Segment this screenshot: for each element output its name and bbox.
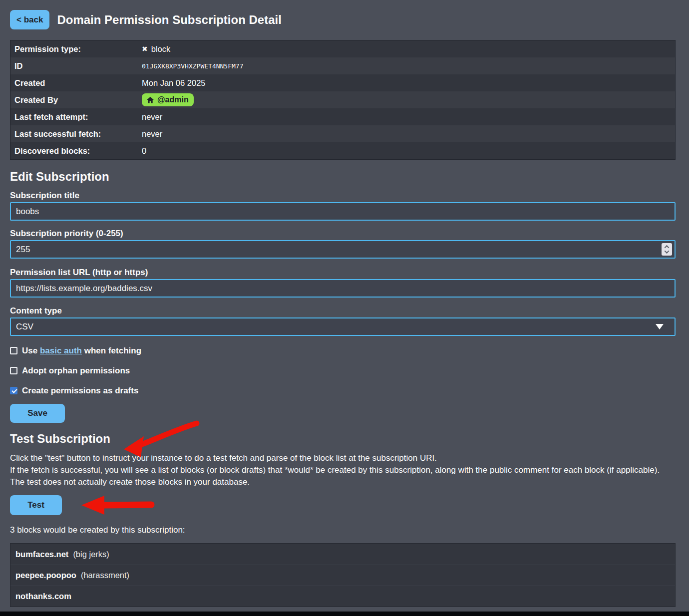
permission-list-url-label: Permission list URL (http or https) [10,268,676,278]
permission-type-value: block [151,44,171,54]
description-line: Click the "test" button to instruct your… [10,452,676,464]
discovered-blocks-value: 0 [142,146,675,156]
last-fetch-attempt-value: never [142,112,675,122]
block-comment: (big jerks) [73,550,109,559]
block-comment: (harassment) [81,571,129,580]
block-list-item: bumfaces.net (big jerks) [10,544,675,565]
back-button[interactable]: < back [10,10,49,29]
home-icon [147,97,154,103]
table-row-last-successful-fetch: Last successful fetch: never [10,125,675,142]
created-value: Mon Jan 06 2025 [142,78,675,88]
description-line: The test does not actually create those … [10,476,676,488]
test-result-summary: 3 blocks would be created by this subscr… [10,525,676,535]
spinner-down-icon[interactable] [665,249,670,254]
page: < back Domain Permission Subscription De… [0,0,689,616]
checkbox-label: Create permissions as drafts [22,386,138,395]
block-list-item: peepee.poopoo (harassment) [10,565,675,586]
content-type-label: Content type [10,306,676,316]
bottom-bar [0,612,689,616]
adopt-orphans-check-row: Adopt orphan permissions [10,366,676,375]
block-list-item: nothanks.com [10,586,675,607]
create-drafts-check-row: Create permissions as drafts [10,386,676,395]
block-domain: bumfaces.net [15,550,68,559]
block-domain: peepee.poopoo [15,571,76,580]
chevron-down-icon [656,324,664,329]
subscription-priority-label: Subscription priority (0-255) [10,229,676,239]
header: < back Domain Permission Subscription De… [10,10,676,29]
block-domain: nothanks.com [15,592,71,601]
test-button[interactable]: Test [10,495,62,515]
row-label: Created [10,78,142,88]
created-by-username: @admin [157,95,189,104]
subscription-info-table: Permission type: ✖ block ID 01JGXK8XP3VH… [10,40,676,160]
checkbox-label-pre: Use [22,346,40,355]
row-label: Permission type: [10,44,142,54]
test-description: Click the "test" button to instruct your… [10,452,676,488]
table-row-created-by: Created By @admin [10,91,675,108]
last-successful-fetch-value: never [142,129,675,139]
content-type-value: CSV [16,322,33,332]
table-row-last-fetch-attempt: Last fetch attempt: never [10,108,675,125]
create-drafts-checkbox[interactable] [10,387,17,394]
save-button[interactable]: Save [10,404,65,423]
block-x-icon: ✖ [142,45,148,53]
permission-list-url-input[interactable] [10,279,676,298]
edit-subscription-heading: Edit Subscription [10,169,676,184]
test-subscription-heading: Test Subscription [10,431,110,446]
number-spinner[interactable] [662,243,672,256]
row-label: Last fetch attempt: [10,112,142,122]
checkbox-label: Adopt orphan permissions [22,366,130,375]
row-label: Last successful fetch: [10,129,142,139]
red-arrow-annotation-test-button [77,495,155,515]
subscription-title-input[interactable] [10,202,676,221]
subscription-title-label: Subscription title [10,191,676,201]
id-value: 01JGXK8XP3VHXZPWET4NN5FM77 [142,62,675,70]
content-type-select[interactable]: CSV [10,317,676,336]
page-title: Domain Permission Subscription Detail [57,13,281,27]
adopt-orphans-checkbox[interactable] [10,367,17,374]
basic-auth-link[interactable]: basic auth [40,346,82,355]
table-row-id: ID 01JGXK8XP3VHXZPWET4NN5FM77 [10,57,675,74]
row-label: Created By [10,95,142,105]
row-label: Discovered blocks: [10,146,142,156]
basic-auth-check-row: Use basic auth when fetching [10,346,676,355]
description-line: If the fetch is successful, you will see… [10,464,676,476]
table-row-created: Created Mon Jan 06 2025 [10,74,675,91]
basic-auth-checkbox[interactable] [10,347,17,354]
checkbox-label-post: when fetching [82,346,141,355]
table-row-permission-type: Permission type: ✖ block [10,40,675,57]
created-by-badge[interactable]: @admin [142,93,194,106]
test-result-block-list: bumfaces.net (big jerks) peepee.poopoo (… [10,543,676,607]
row-label: ID [10,61,142,71]
subscription-priority-input[interactable] [10,240,676,259]
table-row-discovered-blocks: Discovered blocks: 0 [10,142,675,159]
